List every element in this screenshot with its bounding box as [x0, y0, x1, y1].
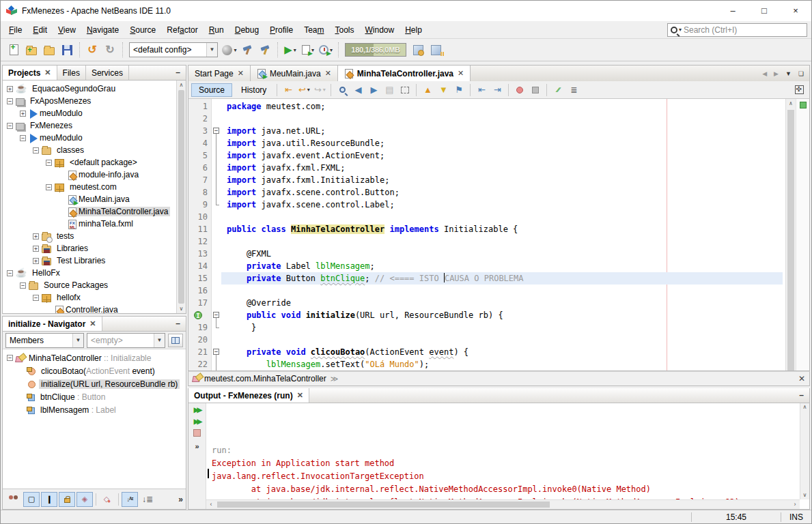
- code-editor[interactable]: 1234567891011121314151617I19202122232425…: [188, 99, 810, 371]
- menu-file[interactable]: File: [3, 23, 27, 38]
- more-buttons-chevron[interactable]: »: [195, 442, 199, 450]
- collapse-icon[interactable]: −: [46, 160, 52, 166]
- more-buttons-chevron[interactable]: »: [178, 495, 183, 504]
- start-macro-recording-button[interactable]: [512, 83, 527, 98]
- menu-profile[interactable]: Profile: [264, 23, 298, 38]
- debug-project-button[interactable]: ▾: [299, 41, 317, 59]
- profile-points-button[interactable]: [427, 41, 445, 59]
- scroll-tabs-left-icon[interactable]: ◀: [762, 70, 767, 77]
- menu-navigate[interactable]: Navigate: [81, 23, 124, 38]
- scroll-up-icon[interactable]: ∧: [800, 403, 809, 411]
- fully-qualified-names-button[interactable]: ◇●: [99, 492, 115, 507]
- tab-files[interactable]: Files: [57, 66, 86, 80]
- tree-item-module-info-java[interactable]: module-info.java: [3, 169, 176, 181]
- rerun-with-options-button[interactable]: ▶▶: [194, 418, 200, 425]
- tree-item-meutest-com[interactable]: −meutest.com: [3, 181, 176, 193]
- search-scope-dropdown-icon[interactable]: ▾: [679, 27, 682, 33]
- sort-by-source-button[interactable]: ↓≣: [139, 492, 156, 507]
- find-selection-button[interactable]: [335, 83, 350, 98]
- menu-help[interactable]: Help: [400, 23, 428, 38]
- tree-item-meumodulo[interactable]: +meuModulo: [3, 107, 176, 119]
- deploy-button[interactable]: ▾: [221, 41, 238, 59]
- scroll-right-icon[interactable]: ›: [790, 500, 800, 509]
- scroll-up-icon[interactable]: ∧: [177, 81, 186, 89]
- editor-tab-minhatelacontroller-java[interactable]: MinhaTelaController.java✕: [338, 66, 471, 81]
- navigator-item[interactable]: clicouBotao(ActionEvent event): [3, 364, 186, 377]
- code-line-14[interactable]: private Label lblMensagem;: [221, 260, 783, 272]
- undo-button[interactable]: ↺: [83, 41, 101, 59]
- maximize-button[interactable]: □: [748, 1, 780, 21]
- code-line-21[interactable]: private void clicouBotao(ActionEvent eve…: [221, 346, 783, 358]
- tab-list-dropdown-icon[interactable]: ▼: [785, 70, 792, 77]
- close-icon[interactable]: ✕: [297, 391, 303, 400]
- navigator-view-combobox[interactable]: Members▼: [5, 333, 84, 348]
- tree-item-minhatelacontroller-java[interactable]: MinhaTelaController.java: [3, 205, 176, 218]
- scroll-down-icon[interactable]: ∨: [800, 491, 809, 499]
- toggle-bookmark-button[interactable]: ⚑: [451, 83, 466, 98]
- navigator-columns-button[interactable]: [168, 334, 183, 347]
- minimize-button[interactable]: –: [717, 1, 748, 21]
- collapse-icon[interactable]: −: [20, 135, 26, 141]
- code-fold-collapse-icon[interactable]: −: [213, 128, 219, 134]
- tree-item-test-libraries[interactable]: +Test Libraries: [3, 254, 176, 267]
- menu-edit[interactable]: Edit: [27, 23, 53, 38]
- comment-button[interactable]: ∕∕: [550, 83, 565, 98]
- code-line-10[interactable]: [221, 211, 783, 223]
- code-line-1[interactable]: package meutest.com;: [221, 100, 783, 113]
- code-line-5[interactable]: import javafx.event.ActionEvent;: [221, 149, 783, 162]
- navigator-filter-combobox[interactable]: <empty>▼: [87, 333, 165, 348]
- last-edit-position-button[interactable]: ⇤: [281, 83, 296, 98]
- tree-item-hellofx[interactable]: −hellofx: [3, 291, 176, 304]
- collapse-icon[interactable]: −: [20, 282, 26, 289]
- minimize-panel-button[interactable]: –: [170, 317, 186, 331]
- collapse-icon[interactable]: −: [33, 295, 39, 301]
- code-fold-gutter[interactable]: −−−: [212, 99, 221, 370]
- tab-navigator[interactable]: initialize - Navigator✕: [3, 317, 102, 331]
- tab-services[interactable]: Services: [86, 66, 129, 80]
- code-line-2[interactable]: [221, 113, 783, 125]
- tree-item-source-packages[interactable]: −Source Packages: [3, 279, 176, 291]
- code-line-9[interactable]: import javafx.scene.control.Label;: [221, 199, 783, 211]
- close-icon[interactable]: ✕: [458, 69, 464, 78]
- tree-item-controller-java[interactable]: Controller.java: [3, 304, 176, 313]
- implements-badge-icon[interactable]: I: [194, 311, 202, 319]
- code-line-20[interactable]: [221, 334, 783, 346]
- show-inner-classes-button[interactable]: ◈: [76, 492, 93, 507]
- output-console[interactable]: run:Exception in Application start metho…: [206, 403, 809, 509]
- code-line-16[interactable]: [221, 285, 783, 297]
- code-line-3[interactable]: import java.net.URL;: [221, 125, 783, 137]
- output-horizontal-scrollbar[interactable]: ‹ ›: [206, 499, 800, 509]
- shift-line-right-button[interactable]: ⇥: [490, 83, 505, 98]
- search-input[interactable]: ▾ Search (Ctrl+I): [667, 23, 807, 37]
- code-line-17[interactable]: @Override: [221, 297, 783, 309]
- next-occurrence-button[interactable]: ▼: [436, 83, 451, 98]
- tab-projects[interactable]: Projects✕: [3, 66, 57, 80]
- memory-indicator[interactable]: 180,1/386,0MB: [345, 43, 406, 57]
- tree-item-minhatela-fxml[interactable]: minhaTela.fxml: [3, 218, 176, 230]
- toggle-highlight-button[interactable]: ▤: [382, 83, 397, 98]
- collapse-icon[interactable]: −: [7, 355, 13, 361]
- code-line-15[interactable]: private Button btnClique; // <==== ISTO …: [221, 272, 783, 285]
- code-line-7[interactable]: import javafx.fxml.Initializable;: [221, 174, 783, 186]
- code-line-22[interactable]: lblMensagem.setText("OLá Mundo");: [221, 358, 783, 370]
- collapse-icon[interactable]: −: [33, 147, 39, 154]
- collapse-icon[interactable]: −: [7, 98, 13, 104]
- menu-tools[interactable]: Tools: [329, 23, 359, 38]
- tree-item-fxaposmenezes[interactable]: −FxAposMenezes: [3, 95, 176, 107]
- close-icon[interactable]: ✕: [238, 69, 244, 78]
- collapse-icon[interactable]: −: [7, 123, 13, 129]
- output-vertical-scrollbar[interactable]: ∧ ∨: [800, 403, 809, 499]
- editor-tab-meumain-java[interactable]: MeuMain.java✕: [251, 66, 338, 81]
- show-static-members-button[interactable]: ❙: [41, 492, 57, 507]
- close-icon[interactable]: ✕: [325, 69, 331, 78]
- tree-item-meumodulo[interactable]: −meuModulo: [3, 132, 176, 144]
- new-project-button[interactable]: +: [23, 41, 40, 59]
- minimize-panel-button[interactable]: –: [794, 388, 809, 403]
- code-line-12[interactable]: [221, 235, 783, 248]
- tab-output[interactable]: Output - FxMenezes (run)✕: [188, 388, 309, 403]
- expand-icon[interactable]: +: [33, 258, 39, 264]
- code-fold-collapse-icon[interactable]: −: [213, 312, 219, 318]
- menu-debug[interactable]: Debug: [229, 23, 264, 38]
- back-button[interactable]: ↩▾: [296, 83, 311, 98]
- navigator-item[interactable]: −MinhaTelaController :: Initializable: [3, 351, 186, 364]
